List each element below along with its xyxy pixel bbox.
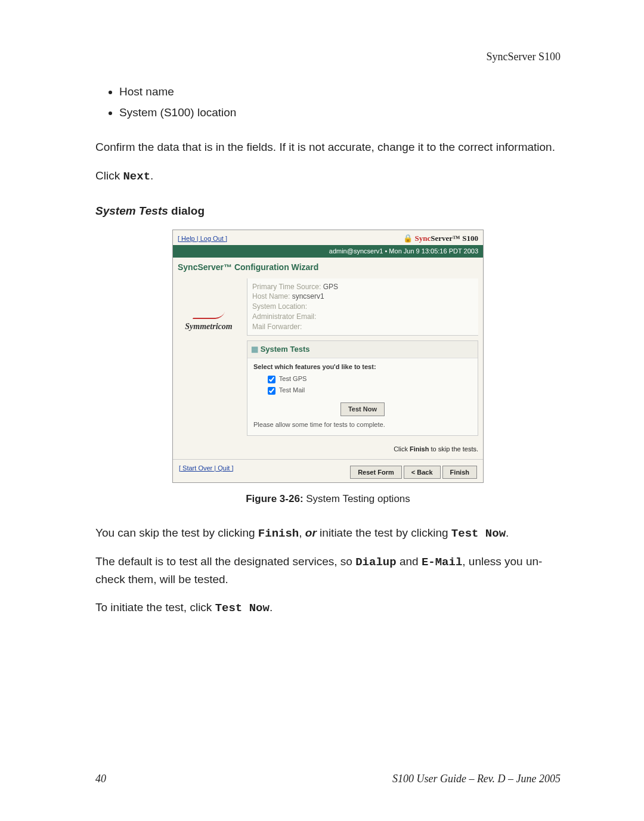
info-l1-v: GPS [321, 283, 338, 291]
brand-sync: Sync [414, 234, 431, 243]
para-skip-or-initiate: You can skip the test by clicking Finish… [95, 525, 561, 543]
section-title-rest: dialog [168, 205, 205, 217]
wizard-screenshot: [ Help | Log Out ] 🔒 SyncServer™ S100 ad… [172, 230, 484, 484]
page-footer: 40 S100 User Guide – Rev. D – June 2005 [95, 773, 561, 785]
wizard-footer: [ Start Over | Quit ] Reset Form < Back … [173, 459, 483, 483]
system-tests-heading-text: System Tests [261, 345, 310, 354]
info-l1-k: Primary Time Source: [252, 283, 321, 291]
a1or: or [305, 526, 317, 539]
para-click-next: Click Next. [95, 168, 561, 185]
a3a: To initiate the test, click [95, 601, 215, 614]
help-logout-links[interactable]: [ Help | Log Out ] [178, 234, 227, 244]
checkbox-gps-label: Test GPS [279, 376, 306, 383]
lock-icon: 🔒 [403, 234, 414, 243]
symmetricom-logo: Symmetricom [185, 322, 232, 331]
system-tests-panel: ▦ System Tests Select which features you… [247, 340, 478, 436]
section-title: System Tests dialog [95, 203, 561, 220]
info-l5: Mail Forwarder: [252, 322, 473, 332]
finish-button[interactable]: Finish [442, 466, 477, 479]
brand-column: Symmetricom [173, 276, 244, 459]
bullet-hostname: Host name [119, 83, 561, 101]
wizard-title: SyncServer™ Configuration Wizard [178, 261, 483, 274]
a2a: The default is to test all the designate… [95, 555, 355, 568]
brand-rest: Server™ S100 [431, 234, 478, 243]
page-number: 40 [95, 773, 106, 785]
checkbox-gps[interactable] [268, 376, 275, 383]
para-initiate: To initiate the test, click Test Now. [95, 599, 561, 617]
period-1: . [150, 169, 153, 182]
product-brand: 🔒 SyncServer™ S100 [403, 233, 478, 244]
wait-text: Please allow some time for tests to comp… [253, 420, 472, 430]
a1e: Test Now [451, 527, 506, 540]
para-default-test: The default is to test all the designate… [95, 553, 561, 588]
header-product: SyncServer S100 [487, 51, 561, 63]
info-box: Primary Time Source: GPS Host Name: sync… [247, 278, 478, 336]
system-tests-heading: ▦ System Tests [247, 341, 478, 358]
a2d: E-Mail [422, 556, 462, 569]
back-button[interactable]: < Back [404, 466, 441, 479]
checkbox-mail-row[interactable]: Test Mail [265, 385, 472, 396]
a2b: Dialup [355, 556, 396, 569]
guide-label: S100 User Guide – Rev. D – June 2005 [392, 773, 561, 785]
info-l4: Administrator Email: [252, 312, 473, 322]
a1d: initiate the test by clicking [317, 526, 451, 539]
a1c: , [299, 526, 305, 539]
info-l3: System Location: [252, 302, 473, 312]
startover-quit-links[interactable]: [ Start Over | Quit ] [179, 463, 234, 473]
main-content: Host name System (S100) location Confirm… [95, 83, 561, 617]
checkbox-mail-label: Test Mail [279, 387, 305, 394]
skip-bold: Finish [410, 445, 429, 453]
bullet-location: System (S100) location [119, 104, 561, 122]
swoosh-icon [193, 312, 225, 319]
a3c: . [270, 601, 273, 614]
next-label: Next [123, 170, 150, 183]
figure-caption: Figure 3-26: System Testing options [95, 491, 561, 507]
a3b: Test Now [215, 602, 270, 615]
figure-text: System Testing options [304, 493, 410, 504]
info-l2-v: syncserv1 [290, 292, 324, 300]
select-label: Select which features you'd like to test… [253, 362, 472, 372]
skip-post: to skip the tests. [429, 445, 478, 453]
skip-pre: Click [394, 445, 410, 453]
test-now-button[interactable]: Test Now [340, 402, 385, 416]
panel-icon: ▦ [251, 345, 261, 354]
status-bar: admin@syncserv1 • Mon Jun 9 13:05:16 PDT… [173, 245, 483, 258]
reset-form-button[interactable]: Reset Form [350, 466, 402, 479]
a2c: and [397, 555, 422, 568]
a1b: Finish [258, 527, 299, 540]
bullet-list: Host name System (S100) location [95, 83, 561, 121]
skip-hint: Click Finish to skip the tests. [247, 444, 478, 454]
figure-number: Figure 3-26: [246, 493, 303, 504]
info-l2-k: Host Name: [252, 292, 290, 300]
checkbox-gps-row[interactable]: Test GPS [265, 374, 472, 385]
para-confirm: Confirm the data that is in the fields. … [95, 139, 561, 156]
a1a: You can skip the test by clicking [95, 526, 258, 539]
click-text: Click [95, 169, 123, 182]
checkbox-mail[interactable] [268, 387, 275, 395]
a1f: . [506, 526, 509, 539]
section-title-italic: System Tests [95, 205, 168, 217]
